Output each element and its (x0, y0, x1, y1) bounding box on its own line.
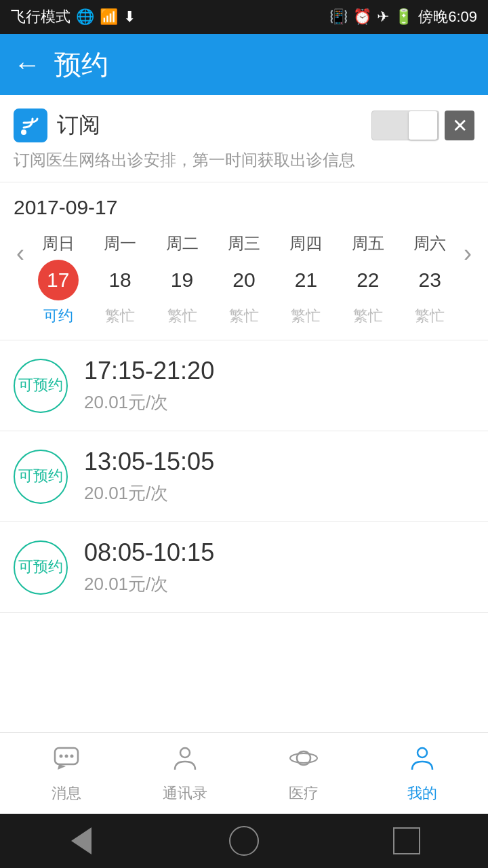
back-sys-button[interactable] (64, 824, 98, 858)
calendar-day-number: 23 (409, 260, 450, 300)
calendar-day-name: 周五 (352, 233, 384, 254)
appointment-slot[interactable]: 可预约08:05-10:1520.01元/次 (0, 522, 488, 613)
calendar-day[interactable]: 周二19繁忙 (159, 233, 206, 326)
slot-badge: 可预约 (14, 450, 68, 504)
svg-point-0 (21, 130, 26, 135)
calendar-section: 2017-09-17 ‹ 周日17可约周一18繁忙周二19繁忙周三20繁忙周四2… (0, 182, 488, 340)
nav-item-我的[interactable]: 我的 (363, 744, 481, 804)
svg-point-8 (418, 748, 427, 757)
status-left: 飞行模式 🌐 📶 ⬇ (11, 7, 136, 27)
nav-label-医疗: 医疗 (289, 783, 319, 804)
slots-container: 可预约17:15-21:2020.01元/次可预约13:05-15:0520.0… (0, 340, 488, 613)
slot-time: 13:05-15:05 (84, 448, 214, 476)
slot-price: 20.01元/次 (84, 481, 214, 505)
nav-label-我的: 我的 (407, 783, 437, 804)
calendar-day[interactable]: 周六23繁忙 (406, 233, 453, 326)
calendar-day-number: 17 (38, 260, 79, 300)
nav-item-消息[interactable]: 消息 (7, 744, 125, 804)
svg-point-4 (70, 754, 73, 757)
page-title: 预约 (54, 46, 108, 83)
slot-price: 20.01元/次 (84, 572, 214, 596)
subscribe-left: 订阅 (14, 108, 100, 142)
nav-label-通讯录: 通讯录 (163, 783, 207, 804)
appointment-slot[interactable]: 可预约13:05-15:0520.01元/次 (0, 431, 488, 522)
slot-time: 17:15-21:20 (84, 357, 214, 385)
rss-icon (14, 108, 47, 142)
subscribe-title: 订阅 (57, 111, 100, 140)
calendar-next-button[interactable]: › (461, 233, 474, 275)
appointment-slot[interactable]: 可预约17:15-21:2020.01元/次 (0, 340, 488, 431)
main-content: 订阅 ✕ 订阅医生网络出诊安排，第一时间获取出诊信息 2017-09-17 ‹ … (0, 95, 488, 732)
close-button[interactable]: ✕ (445, 111, 474, 140)
calendar-grid: ‹ 周日17可约周一18繁忙周二19繁忙周三20繁忙周四21繁忙周五22繁忙周六… (14, 233, 474, 326)
svg-point-3 (64, 754, 68, 757)
subscribe-header: 订阅 ✕ (14, 108, 474, 142)
calendar-date: 2017-09-17 (14, 196, 474, 219)
system-bar (0, 814, 488, 868)
subscribe-section: 订阅 ✕ 订阅医生网络出诊安排，第一时间获取出诊信息 (0, 95, 488, 182)
slot-price: 20.01元/次 (84, 391, 214, 414)
slot-info: 08:05-10:1520.01元/次 (84, 538, 214, 596)
slot-badge: 可预约 (14, 359, 68, 413)
calendar-day-name: 周日 (42, 233, 75, 254)
calendar-day-status: 繁忙 (229, 306, 259, 326)
calendar-day-number: 22 (348, 260, 388, 300)
calendar-day-number: 19 (162, 260, 203, 300)
nav-item-医疗[interactable]: 医疗 (244, 744, 363, 804)
calendar-day-status: 繁忙 (415, 306, 445, 326)
status-bar: 飞行模式 🌐 📶 ⬇ 📳 ⏰ ✈ 🔋 傍晚6:09 (0, 0, 488, 34)
calendar-day-status: 可约 (43, 306, 73, 326)
nav-icon-医疗 (289, 744, 318, 779)
status-download-icon: ⬇ (123, 8, 136, 26)
calendar-day-name: 周三 (228, 233, 260, 254)
calendar-day-name: 周二 (166, 233, 199, 254)
calendar-day-name: 周六 (413, 233, 446, 254)
status-wifi-icon: 🌐 (76, 8, 94, 26)
slot-time: 08:05-10:15 (84, 538, 214, 567)
calendar-day-number: 18 (100, 260, 140, 300)
status-time: 傍晚6:09 (418, 7, 477, 27)
toggle-circle (409, 111, 437, 140)
calendar-day[interactable]: 周四21繁忙 (282, 233, 329, 326)
nav-label-消息: 消息 (52, 783, 81, 804)
calendar-day-status: 繁忙 (105, 306, 135, 326)
calendar-day[interactable]: 周三20繁忙 (220, 233, 268, 326)
status-plane-icon: ✈ (377, 8, 389, 26)
status-flight-mode: 飞行模式 (11, 7, 70, 27)
calendar-day-name: 周四 (289, 233, 322, 254)
calendar-prev-button[interactable]: ‹ (14, 233, 27, 275)
nav-icon-通讯录 (171, 744, 199, 779)
recents-sys-button[interactable] (390, 824, 424, 858)
calendar-day-status: 繁忙 (353, 306, 383, 326)
nav-item-通讯录[interactable]: 通讯录 (125, 744, 244, 804)
home-sys-button[interactable] (227, 824, 261, 858)
status-battery-icon: 🔋 (394, 8, 413, 26)
status-alarm-icon: ⏰ (353, 8, 371, 26)
svg-point-5 (180, 748, 190, 757)
bottom-nav: 消息通讯录医疗我的 (0, 732, 488, 814)
slot-info: 17:15-21:2020.01元/次 (84, 357, 214, 414)
slot-info: 13:05-15:0520.01元/次 (84, 448, 214, 505)
calendar-day-status: 繁忙 (167, 306, 197, 326)
back-button[interactable]: ← (14, 50, 41, 80)
nav-icon-消息 (52, 744, 81, 779)
status-signal-icon: 📶 (100, 8, 118, 26)
calendar-days: 周日17可约周一18繁忙周二19繁忙周三20繁忙周四21繁忙周五22繁忙周六23… (27, 233, 461, 326)
calendar-day-status: 繁忙 (291, 306, 321, 326)
calendar-day-name: 周一 (104, 233, 136, 254)
svg-point-7 (290, 753, 317, 763)
calendar-day[interactable]: 周日17可约 (35, 233, 82, 326)
subscribe-desc: 订阅医生网络出诊安排，第一时间获取出诊信息 (14, 149, 474, 171)
subscribe-toggle[interactable] (371, 111, 439, 140)
slot-badge: 可预约 (14, 540, 68, 595)
status-right: 📳 ⏰ ✈ 🔋 傍晚6:09 (329, 7, 477, 27)
top-bar: ← 预约 (0, 34, 488, 95)
svg-point-2 (59, 754, 62, 757)
nav-icon-我的 (408, 744, 436, 779)
status-vibrate-icon: 📳 (329, 8, 348, 26)
calendar-day-number: 20 (224, 260, 264, 300)
calendar-day[interactable]: 周一18繁忙 (96, 233, 144, 326)
calendar-day[interactable]: 周五22繁忙 (344, 233, 392, 326)
calendar-day-number: 21 (285, 260, 326, 300)
